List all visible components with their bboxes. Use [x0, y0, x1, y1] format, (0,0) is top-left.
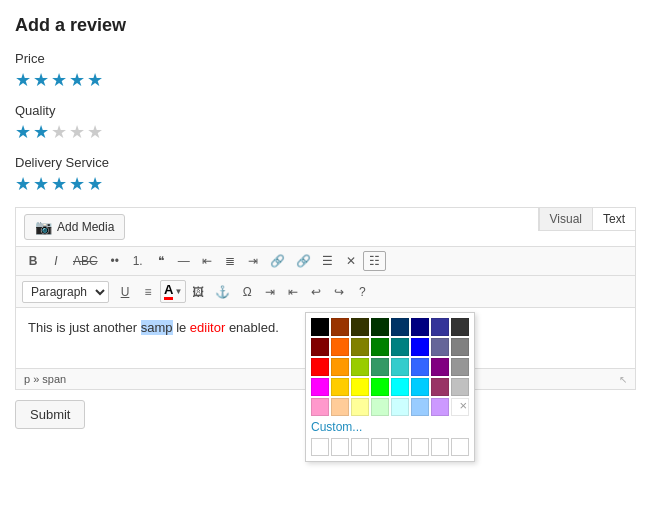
custom-swatch-7[interactable]: [431, 438, 449, 456]
star-2[interactable]: ★: [33, 121, 49, 143]
indent-button[interactable]: ⇥: [259, 283, 281, 301]
custom-color-label[interactable]: Custom...: [311, 420, 362, 434]
clear-color-cell[interactable]: [451, 398, 469, 416]
color-cell[interactable]: [351, 398, 369, 416]
star-4[interactable]: ★: [69, 69, 85, 91]
color-cell[interactable]: [331, 398, 349, 416]
color-cell[interactable]: [411, 358, 429, 376]
color-cell[interactable]: [411, 398, 429, 416]
color-cell[interactable]: [351, 338, 369, 356]
link-button[interactable]: 🔗: [265, 252, 290, 270]
color-cell[interactable]: [371, 318, 389, 336]
color-cell[interactable]: [311, 398, 329, 416]
color-cell[interactable]: [431, 378, 449, 396]
color-cell[interactable]: [391, 378, 409, 396]
custom-swatch-4[interactable]: [371, 438, 389, 456]
color-cell[interactable]: [311, 358, 329, 376]
color-cell[interactable]: [451, 338, 469, 356]
text-align-button[interactable]: ≡: [137, 283, 159, 301]
text-tab[interactable]: Text: [592, 208, 635, 230]
star-1[interactable]: ★: [15, 173, 31, 195]
color-cell[interactable]: [411, 378, 429, 396]
paragraph-select[interactable]: Paragraph: [22, 281, 109, 303]
delivery-stars[interactable]: ★ ★ ★ ★ ★: [15, 173, 636, 195]
hr-button[interactable]: —: [173, 252, 195, 270]
color-cell[interactable]: [431, 398, 449, 416]
color-cell[interactable]: [431, 318, 449, 336]
custom-swatch-8[interactable]: [451, 438, 469, 456]
color-cell[interactable]: [411, 338, 429, 356]
color-cell[interactable]: [351, 358, 369, 376]
unlink-button[interactable]: 🔗: [291, 252, 316, 270]
underline-button[interactable]: U: [114, 283, 136, 301]
star-4[interactable]: ★: [69, 173, 85, 195]
color-cell[interactable]: [451, 318, 469, 336]
resize-handle[interactable]: ↖: [619, 374, 627, 385]
color-cell[interactable]: [311, 378, 329, 396]
color-cell[interactable]: [451, 378, 469, 396]
custom-swatch-1[interactable]: [311, 438, 329, 456]
star-2[interactable]: ★: [33, 173, 49, 195]
star-5[interactable]: ★: [87, 69, 103, 91]
color-cell[interactable]: [331, 318, 349, 336]
ul-button[interactable]: ••: [104, 252, 126, 270]
color-cell[interactable]: [451, 358, 469, 376]
submit-button[interactable]: Submit: [15, 400, 85, 429]
color-cell[interactable]: [311, 318, 329, 336]
star-3[interactable]: ★: [51, 121, 67, 143]
custom-swatch-6[interactable]: [411, 438, 429, 456]
star-3[interactable]: ★: [51, 173, 67, 195]
custom-swatch-3[interactable]: [351, 438, 369, 456]
star-1[interactable]: ★: [15, 121, 31, 143]
color-cell[interactable]: [391, 398, 409, 416]
color-cell[interactable]: [351, 318, 369, 336]
bold-button[interactable]: B: [22, 252, 44, 270]
color-cell[interactable]: [391, 358, 409, 376]
color-cell[interactable]: [391, 338, 409, 356]
font-color-button[interactable]: A ▼: [160, 280, 186, 303]
image-button[interactable]: 🖼: [187, 283, 209, 301]
color-cell[interactable]: [311, 338, 329, 356]
redo-button[interactable]: ↪: [328, 283, 350, 301]
color-cell[interactable]: [371, 358, 389, 376]
color-cell[interactable]: [431, 358, 449, 376]
align-left-button[interactable]: ⇤: [196, 252, 218, 270]
color-cell[interactable]: [371, 338, 389, 356]
star-5[interactable]: ★: [87, 173, 103, 195]
star-1[interactable]: ★: [15, 69, 31, 91]
color-cell[interactable]: [391, 318, 409, 336]
align-full-button[interactable]: ☰: [317, 252, 339, 270]
star-4[interactable]: ★: [69, 121, 85, 143]
star-2[interactable]: ★: [33, 69, 49, 91]
remove-format-button[interactable]: ✕: [340, 252, 362, 270]
star-5[interactable]: ★: [87, 121, 103, 143]
undo-button[interactable]: ↩: [305, 283, 327, 301]
color-cell[interactable]: [331, 378, 349, 396]
color-cell[interactable]: [331, 358, 349, 376]
star-3[interactable]: ★: [51, 69, 67, 91]
align-center-button[interactable]: ≣: [219, 252, 241, 270]
color-cell[interactable]: [331, 338, 349, 356]
color-cell[interactable]: [411, 318, 429, 336]
quality-rating: Quality ★ ★ ★ ★ ★: [15, 103, 636, 143]
color-cell[interactable]: [371, 398, 389, 416]
anchor-button[interactable]: ⚓: [210, 283, 235, 301]
color-cell[interactable]: [431, 338, 449, 356]
help-button[interactable]: ?: [351, 283, 373, 301]
price-stars[interactable]: ★ ★ ★ ★ ★: [15, 69, 636, 91]
custom-swatch-2[interactable]: [331, 438, 349, 456]
ol-button[interactable]: 1.: [127, 252, 149, 270]
italic-button[interactable]: I: [45, 252, 67, 270]
quality-stars[interactable]: ★ ★ ★ ★ ★: [15, 121, 636, 143]
add-media-button[interactable]: 📷 Add Media: [24, 214, 125, 240]
visual-tab[interactable]: Visual: [539, 208, 592, 230]
strikethrough-button[interactable]: ABC: [68, 252, 103, 270]
toolbar-toggle-button[interactable]: ☷: [363, 251, 386, 271]
align-right-button[interactable]: ⇥: [242, 252, 264, 270]
blockquote-button[interactable]: ❝: [150, 252, 172, 270]
color-cell[interactable]: [371, 378, 389, 396]
outdent-button[interactable]: ⇤: [282, 283, 304, 301]
special-char-button[interactable]: Ω: [236, 283, 258, 301]
custom-swatch-5[interactable]: [391, 438, 409, 456]
color-cell[interactable]: [351, 378, 369, 396]
